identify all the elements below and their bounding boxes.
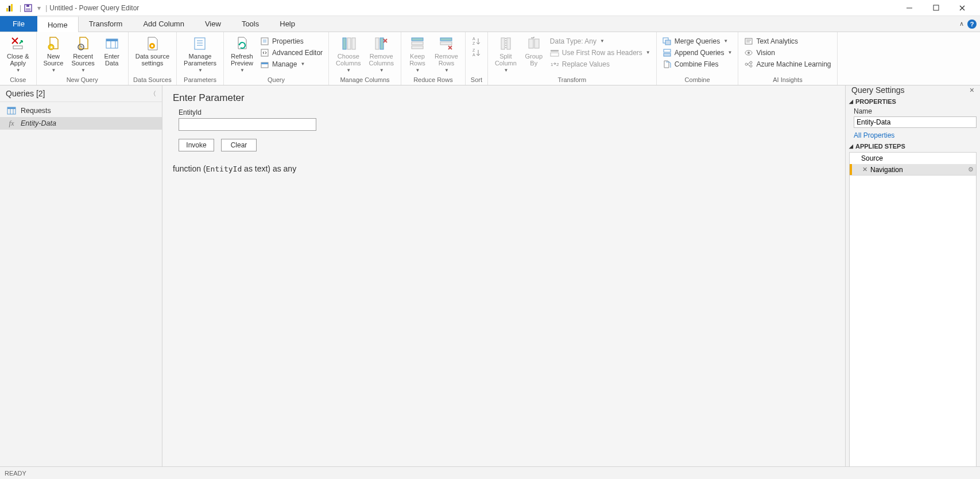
new-source-button[interactable]: ★New Source▼: [40, 34, 67, 74]
query-label: Entity-Data: [21, 119, 56, 127]
tab-add-column[interactable]: Add Column: [133, 16, 195, 32]
enter-data-icon: [104, 36, 120, 52]
tab-transform[interactable]: Transform: [79, 16, 133, 32]
entityid-input[interactable]: [179, 118, 316, 131]
all-properties-link[interactable]: All Properties: [854, 131, 977, 139]
replace-values-button[interactable]: 12Replace Values: [548, 59, 653, 69]
param-label: EntityId: [179, 108, 835, 116]
step-gear-icon[interactable]: ⚙: [968, 166, 974, 173]
combine-files-button[interactable]: Combine Files: [660, 59, 735, 69]
close-apply-button[interactable]: Close & Apply▼: [3, 34, 33, 74]
clear-button[interactable]: Clear: [221, 139, 257, 151]
keep-rows-button[interactable]: Keep Rows▼: [405, 34, 430, 74]
tab-view[interactable]: View: [195, 16, 231, 32]
manage-parameters-button[interactable]: Manage Parameters▼: [180, 34, 220, 74]
headers-icon: [550, 48, 559, 57]
svg-rect-68: [745, 38, 752, 44]
remove-rows-button[interactable]: Remove Rows▼: [431, 34, 462, 74]
keep-rows-icon: [409, 36, 425, 52]
svg-rect-29: [261, 38, 268, 45]
svg-rect-39: [380, 38, 384, 49]
data-source-settings-button[interactable]: Data source settings: [132, 34, 173, 68]
svg-rect-13: [13, 46, 22, 49]
remove-columns-button[interactable]: Remove Columns▼: [366, 34, 397, 74]
group-by-button[interactable]: Group By: [521, 34, 547, 68]
enter-data-button[interactable]: Enter Data: [99, 34, 125, 68]
help-icon[interactable]: ?: [967, 20, 977, 29]
tab-tools[interactable]: Tools: [231, 16, 269, 32]
svg-text:1: 1: [551, 62, 553, 67]
svg-text:A: A: [472, 53, 475, 57]
svg-text:★: ★: [49, 45, 53, 50]
svg-rect-35: [343, 38, 346, 49]
replace-icon: 12: [550, 60, 559, 69]
first-row-headers-button[interactable]: Use First Row as Headers▼: [548, 47, 653, 58]
svg-point-24: [151, 45, 153, 47]
group-combine: Merge Queries▼ Append Queries▼ Combine F…: [657, 32, 739, 85]
step-source[interactable]: Source: [850, 153, 976, 164]
merge-queries-button[interactable]: Merge Queries▼: [660, 36, 735, 46]
append-queries-button[interactable]: Append Queries▼: [660, 47, 735, 58]
svg-rect-79: [7, 107, 16, 109]
svg-rect-56: [507, 38, 510, 49]
ribbon-collapse-icon[interactable]: ∧: [959, 20, 964, 28]
query-settings-pane: Query Settings × ◢PROPERTIES Name All Pr…: [845, 85, 980, 466]
text-analytics-icon: [744, 37, 753, 46]
svg-rect-67: [664, 53, 671, 56]
svg-point-75: [750, 65, 752, 67]
refresh-preview-button[interactable]: Refresh Preview▼: [227, 34, 257, 74]
sort-desc-icon: ZA: [471, 45, 482, 61]
close-button[interactable]: [949, 0, 975, 16]
editor-icon: [260, 48, 269, 57]
group-new-query: ★New Source▼ Recent Sources▼ Enter Data …: [37, 32, 129, 85]
merge-icon: [663, 37, 672, 46]
minimize-button[interactable]: [896, 0, 923, 16]
svg-rect-34: [261, 63, 268, 64]
svg-rect-65: [665, 40, 671, 45]
svg-rect-25: [195, 38, 205, 49]
svg-rect-2: [11, 4, 13, 11]
svg-point-74: [750, 61, 752, 64]
app-icon: [5, 3, 14, 13]
recent-sources-button[interactable]: Recent Sources▼: [68, 34, 98, 74]
collapse-queries-icon[interactable]: 〈: [150, 89, 156, 98]
sort-desc-button[interactable]: ZA: [469, 47, 484, 58]
advanced-editor-button[interactable]: Advanced Editor: [258, 47, 325, 58]
query-name-input[interactable]: [854, 116, 977, 128]
split-column-button[interactable]: Split Column▼: [491, 34, 520, 74]
delete-step-icon[interactable]: ✕: [861, 166, 868, 173]
text-analytics-button[interactable]: Text Analytics: [742, 36, 833, 46]
properties-button[interactable]: Properties: [258, 36, 325, 46]
step-navigation[interactable]: ✕ Navigation ⚙: [850, 164, 976, 176]
properties-section-header[interactable]: ◢PROPERTIES: [849, 98, 977, 105]
manage-icon: [260, 60, 269, 69]
svg-rect-61: [551, 53, 559, 56]
queries-list: Requests fx Entity-Data: [0, 102, 162, 130]
choose-columns-button[interactable]: Choose Columns▼: [332, 34, 364, 74]
query-item-requests[interactable]: Requests: [0, 104, 162, 117]
svg-rect-46: [440, 42, 452, 45]
close-settings-icon[interactable]: ×: [970, 85, 974, 95]
tab-file[interactable]: File: [0, 16, 37, 32]
data-type-button[interactable]: Data Type: Any▼: [548, 36, 653, 46]
parameters-icon: [192, 36, 208, 52]
split-column-icon: [498, 36, 514, 52]
azure-ml-button[interactable]: Azure Machine Learning: [742, 59, 833, 69]
svg-rect-59: [534, 39, 539, 48]
maximize-button[interactable]: [923, 0, 949, 16]
vision-button[interactable]: Vision: [742, 47, 833, 58]
recent-sources-icon: [75, 36, 91, 52]
invoke-button[interactable]: Invoke: [179, 139, 214, 151]
save-icon[interactable]: [24, 3, 33, 13]
applied-steps-header[interactable]: ◢APPLIED STEPS: [849, 143, 977, 150]
query-item-entity-data[interactable]: fx Entity-Data: [0, 117, 162, 130]
remove-columns-icon: [373, 36, 389, 52]
manage-button[interactable]: Manage▼: [258, 59, 325, 69]
parameter-title: Enter Parameter: [173, 92, 835, 104]
tab-home[interactable]: Home: [37, 16, 79, 32]
refresh-icon: [234, 36, 250, 52]
tab-help[interactable]: Help: [269, 16, 305, 32]
combine-files-icon: [663, 60, 672, 69]
sep2: ▾: [37, 4, 41, 12]
table-icon: [7, 106, 16, 115]
